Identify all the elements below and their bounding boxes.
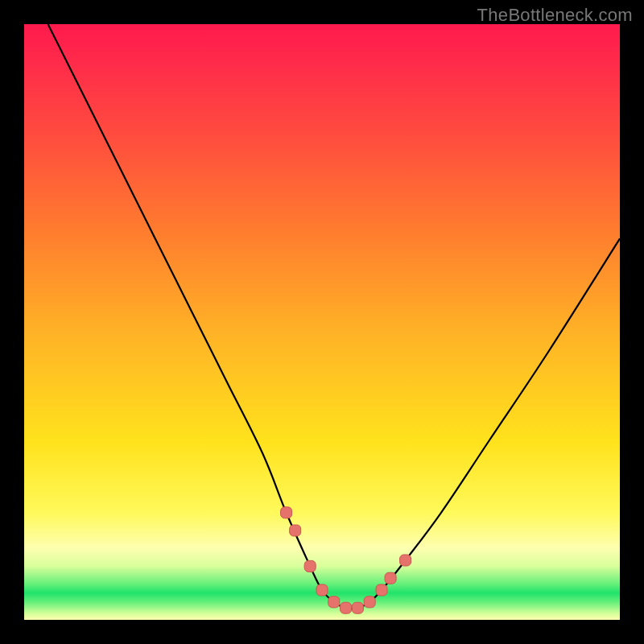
curve-markers: [281, 507, 411, 613]
watermark-text: TheBottleneck.com: [477, 5, 633, 26]
curve-marker: [400, 555, 411, 566]
curve-marker: [281, 507, 292, 518]
chart-frame: TheBottleneck.com: [0, 0, 644, 644]
curve-marker: [328, 597, 340, 608]
curve-marker: [290, 525, 301, 536]
curve-marker: [352, 602, 363, 613]
curve-marker: [364, 597, 375, 608]
plot-area: [24, 24, 620, 620]
curve-marker: [376, 584, 387, 596]
curve-marker: [385, 572, 396, 584]
bottleneck-curve-svg: [24, 24, 620, 620]
curve-marker: [341, 602, 352, 613]
curve-marker: [304, 560, 316, 572]
bottleneck-curve-path: [48, 24, 620, 609]
curve-marker: [316, 584, 328, 596]
